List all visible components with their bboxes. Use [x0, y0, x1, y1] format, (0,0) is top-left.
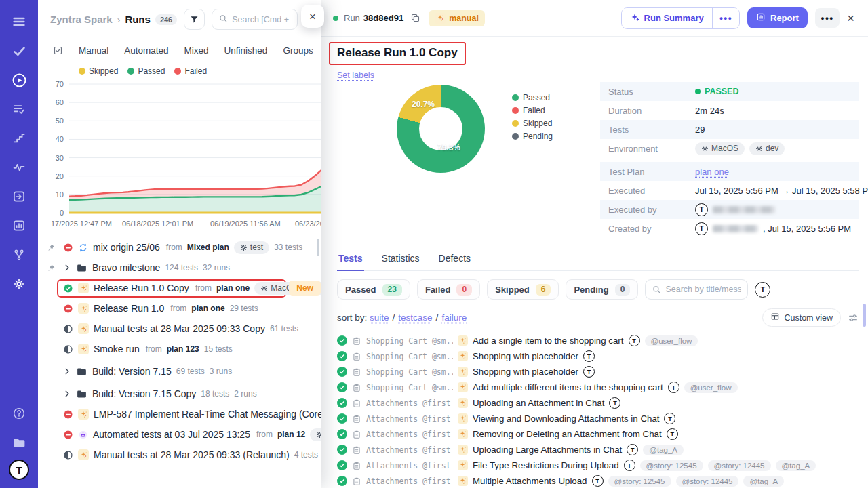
breadcrumb-project[interactable]: Zyntra Spark — [50, 14, 113, 25]
menu-icon[interactable] — [7, 9, 31, 34]
chevron-right-icon[interactable] — [63, 367, 71, 375]
tab-manual[interactable]: Manual — [79, 45, 108, 56]
run-row-item[interactable]: Manual tests at 28 Mar 2025 09:33 Copy61… — [57, 321, 304, 337]
run-title: LMP-587 Implement Real-Time Chat Messagi… — [94, 409, 321, 420]
filter-failed[interactable]: Failed0 — [417, 279, 480, 300]
drawer-close-button[interactable]: × — [301, 5, 324, 28]
close-detail-button[interactable]: × — [847, 12, 854, 24]
sidebar-avatar[interactable]: T — [9, 460, 29, 480]
run-row-item[interactable]: LMP-587 Implement Real-Time Chat Messagi… — [57, 406, 321, 422]
branch-icon[interactable] — [7, 243, 31, 267]
run-row-item[interactable]: Release Run 1.0fromplan one29 tests — [57, 300, 264, 317]
assignee-avatar: T — [668, 382, 679, 393]
run-row-item[interactable]: Manual tests at 28 Mar 2025 09:33 (Relau… — [57, 447, 321, 463]
tab-defects[interactable]: Defects — [437, 249, 472, 270]
test-plan-link[interactable]: plan one — [695, 167, 729, 177]
bar-chart-icon[interactable] — [7, 214, 31, 238]
test-suite-name: Shopping Cart @sm... — [366, 367, 453, 377]
more-actions-button[interactable]: ●●● — [815, 8, 840, 28]
legend-label: Skipped — [523, 119, 552, 128]
sort-link-suite[interactable]: suite — [370, 312, 389, 323]
play-circle-icon[interactable] — [7, 68, 31, 92]
plan-link[interactable]: plan one — [216, 283, 250, 293]
status-passed-icon — [337, 336, 347, 346]
plan-link[interactable]: plan one — [191, 304, 224, 313]
filter-passed[interactable]: Passed23 — [337, 279, 410, 300]
steps-icon[interactable] — [7, 126, 31, 150]
help-icon[interactable] — [7, 401, 31, 426]
tab-unfinished[interactable]: Unfinished — [224, 45, 268, 56]
sort-link-testcase[interactable]: testcase — [398, 312, 432, 323]
set-labels-link[interactable]: Set labels — [337, 70, 374, 80]
milestone-row[interactable]: Build: Version 7.1569 tests3 runs — [57, 363, 238, 380]
sort-link-failure[interactable]: failure — [441, 312, 467, 323]
from-label: from — [170, 304, 186, 313]
filter-count-badge: 0 — [456, 284, 472, 296]
test-row[interactable]: Shopping Cart @sm...Add multiple differe… — [337, 380, 859, 395]
tab-mixed[interactable]: Mixed — [184, 45, 209, 56]
pulse-icon[interactable] — [7, 155, 31, 180]
detail-value: 29 — [695, 125, 705, 135]
clipboard-icon — [352, 414, 361, 424]
test-row[interactable]: Shopping Cart @sm...Shopping with placeh… — [337, 348, 859, 364]
detail-value: T — [695, 203, 775, 216]
detail-scrollbar[interactable] — [863, 304, 866, 327]
drawer-scrollbar[interactable] — [317, 239, 319, 256]
run-title: Manual tests at 28 Mar 2025 09:33 Copy — [94, 323, 265, 334]
x-axis-tick: 17/2025 12:47 PM — [51, 220, 112, 228]
test-row[interactable]: Attachments @firstFile Type Restrictions… — [337, 458, 859, 473]
test-row[interactable]: Shopping Cart @sm...Shopping with placeh… — [337, 364, 859, 380]
import-icon[interactable] — [7, 184, 31, 209]
manual-test-icon — [458, 398, 468, 408]
runs-count: 32 runs — [203, 263, 230, 272]
chevron-right-icon[interactable] — [63, 264, 71, 272]
filter-label: Failed — [425, 285, 451, 295]
tab-tests[interactable]: Tests — [337, 249, 364, 271]
tests-search[interactable] — [645, 279, 748, 300]
test-row[interactable]: Attachments @firstUploading an Attachmen… — [337, 395, 859, 411]
assignee-avatar[interactable]: T — [755, 282, 770, 298]
filter-pending[interactable]: Pending0 — [566, 279, 638, 300]
filter-label: Passed — [345, 285, 376, 295]
report-button[interactable]: Report — [747, 7, 808, 28]
tab-automated[interactable]: Automated — [124, 45, 168, 56]
legend-label: Passed — [138, 66, 165, 76]
gear-icon[interactable] — [7, 272, 31, 296]
legend-item-failed: Failed — [174, 66, 207, 76]
plan-link[interactable]: plan 123 — [167, 344, 199, 354]
filter-skipped[interactable]: Skipped6 — [487, 279, 559, 300]
milestone-row[interactable]: Bravo milestone124 tests32 runs — [57, 260, 236, 277]
run-row-highlighted[interactable]: Release Run 1.0 Copyfromplan oneMacOSdev… — [57, 279, 286, 298]
test-row[interactable]: Attachments @firstUploading Large Attach… — [337, 442, 859, 458]
run-summary-more-button[interactable]: ●●● — [712, 8, 739, 28]
plan-link[interactable]: plan 12 — [277, 430, 305, 439]
chevron-right-icon[interactable] — [63, 390, 71, 398]
run-row-item[interactable]: Automated tests at 03 Jul 2025 13:25from… — [57, 426, 321, 444]
check-icon[interactable] — [7, 39, 31, 63]
tab-groups[interactable]: Groups — [283, 45, 313, 56]
plan-link[interactable]: Mixed plan — [187, 243, 229, 252]
test-filters-row: Passed23Failed0Skipped6Pending0T — [337, 279, 859, 300]
runs-view-icon[interactable] — [53, 45, 63, 56]
test-row[interactable]: Attachments @firstRemoving or Deleting a… — [337, 426, 859, 442]
test-row[interactable]: Attachments @firstViewing and Downloadin… — [337, 411, 859, 426]
run-row-item[interactable]: Smoke runfromplan 12315 tests — [57, 341, 239, 357]
filter-button[interactable] — [184, 9, 205, 30]
custom-view-button[interactable]: Custom view — [762, 308, 841, 327]
test-row[interactable]: Attachments @firstMultiple Attachments U… — [337, 473, 859, 488]
tab-statistics[interactable]: Statistics — [380, 249, 421, 270]
milestone-row[interactable]: Build: Version 7.15 Copy18 tests2 runs — [57, 386, 263, 403]
runs-search[interactable] — [212, 9, 298, 30]
tests-search-input[interactable] — [665, 285, 741, 294]
test-row[interactable]: Shopping Cart @sm...Add a single item to… — [337, 333, 859, 348]
run-row-item[interactable]: mix origin 25/06fromMixed plantest33 tes… — [57, 239, 309, 257]
folder-icon[interactable] — [7, 430, 31, 455]
list-check-icon[interactable] — [7, 97, 31, 121]
test-tag-chip: @tag_A — [643, 445, 684, 455]
run-summary-button[interactable]: Run Summary — [622, 8, 712, 28]
runs-search-input[interactable] — [232, 15, 291, 24]
run-title: Automated tests at 03 Jul 2025 13:25 — [93, 429, 250, 440]
copy-run-id-button[interactable] — [410, 13, 420, 23]
donut-legend-item-pending: Pending — [512, 131, 553, 141]
sliders-icon[interactable] — [848, 312, 859, 323]
